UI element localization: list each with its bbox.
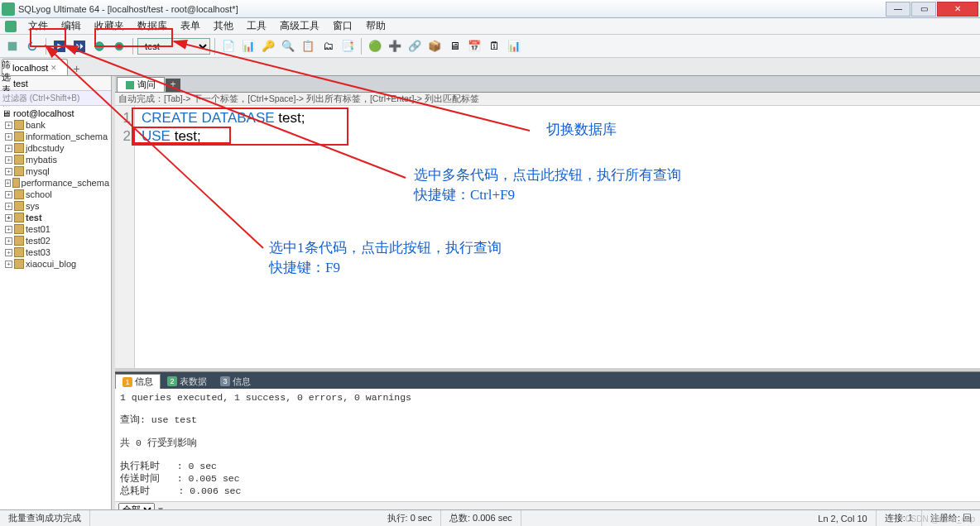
new-connection-button[interactable] (3, 37, 22, 55)
tree-db-item[interactable]: +test01 (0, 223, 111, 235)
result-panel: 1信息 2表数据 3信息 1 queries executed, 1 succe… (115, 371, 980, 516)
expand-icon[interactable]: + (5, 168, 12, 175)
database-icon (14, 236, 24, 246)
tool-btn-4[interactable]: 🔍 (279, 37, 297, 55)
connection-tab[interactable]: localhost ✕ (2, 59, 68, 75)
world-button[interactable] (90, 37, 108, 55)
execute-query-button[interactable] (50, 37, 69, 55)
menu-tools[interactable]: 工具 (242, 17, 271, 35)
toolbar: test 📄 📊 🔑 🔍 📋 🗂 📑 🟢 ➕ 🔗 📦 🖥 📅 🗓 📊 (0, 35, 980, 58)
expand-icon[interactable]: + (5, 179, 11, 187)
expand-icon[interactable]: + (5, 261, 12, 268)
code-line[interactable]: CREATE DATABASE test; (142, 109, 973, 127)
sql-editor[interactable]: 12 CREATE DATABASE test;USE test; (115, 106, 980, 368)
tree-root[interactable]: 🖥 root@localhost (0, 108, 111, 119)
connection-tab-label: localhost (12, 63, 48, 73)
minimize-button[interactable]: — (886, 2, 910, 17)
tool-btn-6[interactable]: 🗂 (319, 37, 337, 55)
expand-icon[interactable]: + (5, 156, 12, 164)
tool-btn-10[interactable]: 🔗 (406, 37, 424, 55)
tool-btn-3[interactable]: 🔑 (259, 37, 277, 55)
svg-point-3 (95, 41, 104, 50)
menu-other[interactable]: 其他 (209, 17, 238, 35)
tool-btn-5[interactable]: 📋 (299, 37, 317, 55)
expand-icon[interactable]: + (5, 122, 12, 129)
menu-database[interactable]: 数据库 (132, 17, 172, 35)
tree-db-label: school (26, 189, 52, 199)
add-connection-button[interactable]: + (68, 62, 84, 75)
expand-icon[interactable]: + (5, 145, 12, 152)
maximize-button[interactable]: ▭ (911, 2, 936, 17)
tree-db-label: jdbcstudy (26, 143, 64, 153)
tool-btn-2[interactable]: 📊 (239, 37, 257, 55)
editor-tab[interactable]: 询问 (117, 77, 165, 92)
tree-db-item[interactable]: +jdbcstudy (0, 142, 111, 154)
editor-tabstrip: 询问 + (115, 76, 980, 93)
database-select[interactable]: test (137, 38, 210, 55)
autocomplete-hint: 自动完成：[Tab]-> 下一个标签，[Ctrl+Space]-> 列出所有标签… (115, 93, 980, 106)
database-tree[interactable]: 🖥 root@localhost +bank+information_schem… (0, 106, 111, 516)
menu-help[interactable]: 帮助 (361, 17, 391, 35)
tree-db-item[interactable]: +mybatis (0, 154, 111, 165)
tool-btn-8[interactable]: 🟢 (366, 37, 384, 55)
expand-icon[interactable]: + (5, 249, 12, 256)
tab-close-icon[interactable]: ✕ (50, 64, 57, 72)
menu-table[interactable]: 表单 (175, 17, 205, 35)
system-menu-icon[interactable] (5, 21, 17, 32)
tool-btn-9[interactable]: ➕ (386, 37, 404, 55)
execute-all-button[interactable] (70, 37, 89, 55)
tool-btn-14[interactable]: 🗓 (485, 37, 503, 55)
tree-db-item[interactable]: +test02 (0, 235, 111, 246)
tree-db-item[interactable]: +xiaocui_blog (0, 258, 111, 270)
tree-db-item[interactable]: +information_schema (0, 131, 111, 142)
tool-btn-15[interactable]: 📊 (505, 37, 523, 55)
filter-input[interactable] (13, 79, 127, 88)
menu-file[interactable]: 文件 (23, 17, 53, 35)
tree-db-item[interactable]: +bank (0, 119, 111, 131)
tree-db-item[interactable]: +test03 (0, 246, 111, 258)
expand-icon[interactable]: + (5, 133, 12, 141)
stop-button[interactable] (110, 37, 128, 55)
result-tab-info[interactable]: 3信息 (214, 374, 257, 389)
result-tab-messages[interactable]: 1信息 (115, 374, 161, 389)
close-button[interactable]: ✕ (937, 2, 978, 17)
database-icon (14, 224, 24, 234)
refresh-button[interactable] (23, 37, 41, 55)
tree-db-item[interactable]: +school (0, 189, 111, 200)
database-icon (14, 143, 24, 153)
tree-db-item[interactable]: +test (0, 212, 111, 223)
expand-icon[interactable]: + (5, 203, 12, 210)
watermark: CSDN @cider_cup (905, 514, 975, 524)
menu-advanced[interactable]: 高级工具 (275, 17, 324, 35)
expand-icon[interactable]: + (5, 191, 12, 198)
app-icon (2, 2, 15, 16)
tool-btn-1[interactable]: 📄 (219, 37, 238, 55)
tree-db-label: bank (26, 120, 46, 130)
filter-shortcut-hint: 过滤器 (Ctrl+Shift+B) (0, 91, 111, 106)
tool-btn-7[interactable]: 📑 (339, 37, 357, 55)
query-icon (126, 81, 134, 89)
status-message: 批量查询成功完成 (0, 510, 90, 526)
result-tabstrip: 1信息 2表数据 3信息 (115, 372, 980, 389)
tool-btn-13[interactable]: 📅 (465, 37, 483, 55)
tree-db-label: performance_schema (22, 178, 109, 188)
tool-btn-12[interactable]: 🖥 (445, 37, 464, 55)
expand-icon[interactable]: + (5, 237, 12, 245)
tool-btn-11[interactable]: 📦 (425, 37, 444, 55)
result-messages[interactable]: 1 queries executed, 1 success, 0 errors,… (115, 389, 980, 501)
menu-favorites[interactable]: 收藏夹 (89, 17, 129, 35)
tree-db-item[interactable]: +sys (0, 200, 111, 212)
code-line[interactable]: USE test; (142, 127, 973, 146)
result-tab-tabledata[interactable]: 2表数据 (161, 374, 214, 389)
add-editor-tab-button[interactable]: + (166, 79, 180, 92)
menu-edit[interactable]: 编辑 (56, 17, 86, 35)
database-icon (14, 189, 24, 199)
tree-db-item[interactable]: +mysql (0, 165, 111, 177)
expand-icon[interactable]: + (5, 214, 12, 222)
tree-db-item[interactable]: +performance_schema (0, 177, 111, 189)
code-area[interactable]: CREATE DATABASE test;USE test; (135, 106, 980, 368)
expand-icon[interactable]: + (5, 226, 12, 233)
menu-window[interactable]: 窗口 (328, 17, 358, 35)
tree-db-label: xiaocui_blog (26, 259, 76, 269)
database-icon (14, 259, 24, 269)
